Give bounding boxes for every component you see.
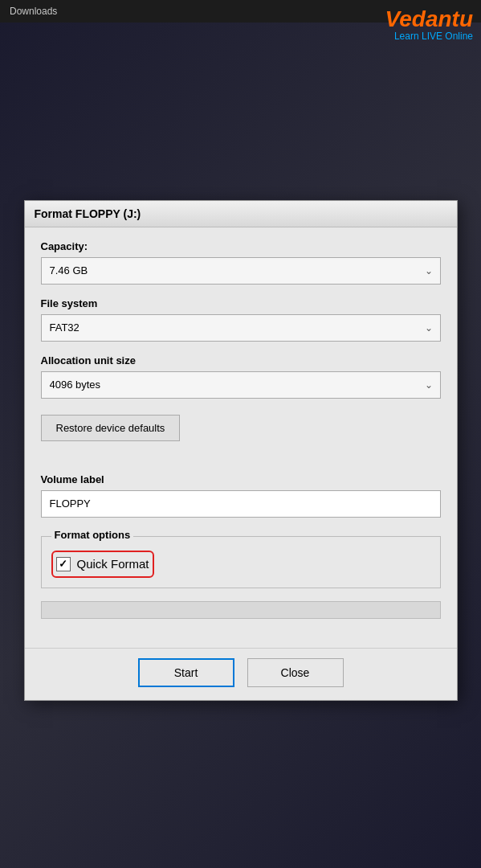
progress-bar [41,601,441,619]
vedantu-brand-name: Vedantu [385,6,473,31]
format-dialog: Format FLOPPY (J:) Capacity: 7.46 GB ⌄ F… [24,200,458,701]
quick-format-label: Quick Format [77,557,149,571]
dialog-titlebar: Format FLOPPY (J:) [25,201,457,227]
dialog-title: Format FLOPPY (J:) [35,207,447,220]
vedantu-tagline: Learn LIVE Online [385,31,473,42]
file-system-select[interactable]: FAT32 [41,314,441,342]
quick-format-checkbox[interactable]: ✓ [56,557,71,571]
capacity-label: Capacity: [41,240,441,252]
format-options-group: Format options ✓ Quick Format [41,530,441,588]
file-system-select-wrapper: FAT32 ⌄ [41,314,441,342]
quick-format-row[interactable]: ✓ Quick Format [51,551,154,578]
checkbox-check-icon: ✓ [59,558,67,570]
restore-btn-container: Restore device defaults [41,411,441,457]
capacity-select[interactable]: 7.46 GB [41,257,441,285]
format-options-legend: Format options [51,529,134,541]
start-button[interactable]: Start [138,658,234,687]
capacity-select-wrapper: 7.46 GB ⌄ [41,257,441,285]
dialog-content: Capacity: 7.46 GB ⌄ File system FAT32 ⌄ … [25,227,457,648]
top-bar-title: Downloads [10,6,57,17]
restore-device-defaults-button[interactable]: Restore device defaults [41,415,181,441]
allocation-unit-select[interactable]: 4096 bytes [41,371,441,399]
dialog-footer: Start Close [25,648,457,700]
allocation-unit-select-wrapper: 4096 bytes ⌄ [41,371,441,399]
volume-label-label: Volume label [41,473,441,485]
vedantu-logo: Vedantu Learn LIVE Online [385,8,473,42]
dialog-wrapper: Format FLOPPY (J:) Capacity: 7.46 GB ⌄ F… [24,200,458,701]
close-button[interactable]: Close [247,658,344,687]
allocation-unit-label: Allocation unit size [41,354,441,366]
volume-label-input[interactable] [41,490,441,518]
file-system-label: File system [41,297,441,309]
